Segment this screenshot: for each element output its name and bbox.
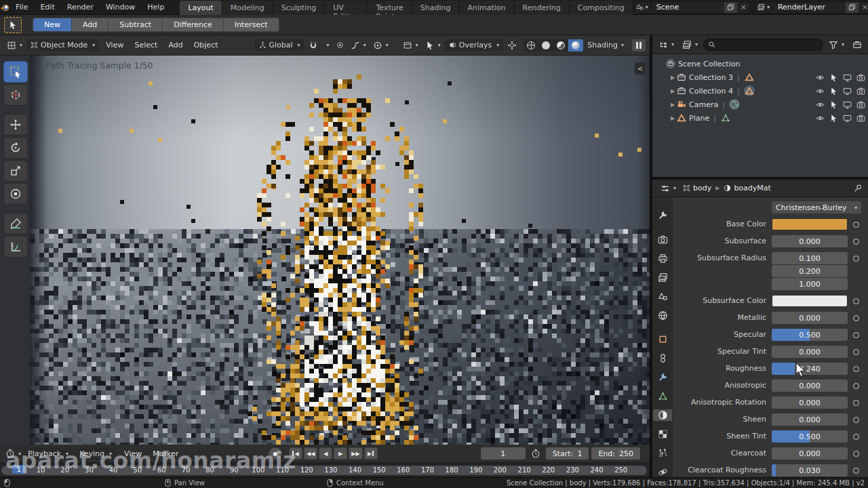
select-box-tool[interactable] — [3, 61, 28, 83]
roughness-slider[interactable]: 0.240 — [772, 363, 848, 375]
workspace-tab-compositing[interactable]: Compositing — [570, 1, 633, 15]
sidebar-toggle-button[interactable]: < — [635, 62, 646, 75]
outliner-row-collection-4[interactable]: ▶ Collection 4 | — [652, 84, 868, 98]
timeline-editor-type-button[interactable]: ▾ — [3, 447, 24, 460]
frame-start-field[interactable]: Start:1 — [546, 447, 589, 460]
viewport-render[interactable] — [30, 56, 650, 445]
view-layer-icon[interactable]: ▾ — [755, 3, 772, 11]
pointer-toggle-icon[interactable] — [829, 87, 838, 96]
timeline-menu-playback[interactable]: Playback▾ — [24, 447, 73, 460]
clearcoat-slider[interactable]: 0.000 — [772, 447, 848, 460]
animate-property-button[interactable] — [850, 235, 861, 247]
shading-solid-button[interactable] — [538, 39, 553, 52]
viewport-menu-view[interactable]: View — [100, 39, 129, 52]
eye-toggle-icon[interactable] — [816, 87, 825, 96]
expand-arrow-icon[interactable]: ▶ — [669, 75, 677, 81]
properties-tab-physics[interactable] — [653, 466, 672, 478]
play-button[interactable]: ▶ — [334, 447, 347, 460]
pointer-toggle-icon[interactable] — [829, 73, 838, 82]
pointer-toggle-icon[interactable] — [829, 100, 838, 109]
transform-tool[interactable] — [3, 183, 28, 205]
workspace-tab-uv-editing[interactable]: UV Editing — [325, 1, 368, 15]
subsurface-method-dropdown[interactable]: Christensen-Burley▾ — [772, 201, 861, 214]
timeline-menu-keying[interactable]: Keying▾ — [75, 447, 116, 460]
skip-first-button[interactable]: ◀ — [289, 447, 302, 460]
workspace-tab-sculpting[interactable]: Sculpting — [273, 1, 325, 15]
camera-toggle-icon[interactable] — [856, 73, 865, 82]
outliner-display-mode-button[interactable]: ▾ — [679, 39, 701, 51]
overlays-dropdown[interactable]: Overlays▾ — [445, 39, 504, 51]
snap-dropdown[interactable]: ▾ — [322, 41, 332, 49]
key-next-button[interactable]: ▶▶ — [349, 447, 362, 460]
record-button[interactable]: ● — [269, 447, 282, 460]
camera-toggle-icon[interactable] — [856, 114, 865, 123]
monitor-toggle-icon[interactable] — [843, 73, 852, 82]
properties-editor-type-button[interactable]: ▾ — [658, 182, 679, 195]
sheen-tint-slider[interactable]: 0.500 — [772, 430, 848, 443]
skip-last-button[interactable]: ▶ — [364, 447, 378, 460]
properties-tab-render[interactable] — [653, 234, 672, 245]
menu-edit[interactable]: Edit — [34, 1, 60, 14]
timeline-menu-view[interactable]: View — [119, 447, 147, 460]
timeline-ruler[interactable]: 1 10203040506070809010011012013014015016… — [0, 462, 650, 477]
frame-end-field[interactable]: End:250 — [591, 447, 640, 460]
sheen-slider[interactable]: 0.000 — [772, 413, 848, 426]
properties-tab-constraint[interactable] — [653, 352, 672, 364]
properties-tab-scene[interactable] — [653, 291, 672, 302]
breadcrumb-object[interactable]: body — [683, 184, 711, 192]
outliner-editor-type-button[interactable]: ▾ — [656, 39, 677, 51]
preview-range-toggle[interactable] — [528, 447, 543, 460]
workspace-tab-shading[interactable]: Shading — [412, 1, 460, 15]
proportional-editing-toggle[interactable] — [334, 40, 347, 50]
annotate-tool[interactable] — [3, 213, 28, 235]
properties-tab-world[interactable] — [653, 310, 672, 321]
pivot-point-dropdown[interactable]: ▾ — [370, 39, 391, 52]
properties-tab-particles[interactable] — [653, 447, 672, 459]
key-prev-button[interactable]: ◀◀ — [304, 447, 317, 460]
animate-property-button[interactable] — [850, 447, 861, 460]
current-frame-marker[interactable]: 1 — [12, 465, 26, 474]
menu-file[interactable]: File — [9, 1, 34, 14]
animate-property-button[interactable] — [850, 380, 861, 392]
shading-material-button[interactable] — [553, 39, 568, 52]
animate-property-button[interactable] — [850, 295, 861, 307]
animate-property-button[interactable] — [850, 413, 861, 426]
workspace-tab-layout[interactable]: Layout — [180, 1, 222, 15]
proportional-falloff-dropdown[interactable]: ▾ — [348, 39, 369, 52]
expand-arrow-icon[interactable]: ▶ — [669, 88, 677, 94]
animate-property-button[interactable] — [850, 363, 861, 375]
shading-rendered-button[interactable] — [568, 39, 583, 52]
object-visibility-dropdown[interactable]: ▾ — [400, 39, 421, 52]
rotate-tool[interactable] — [3, 137, 28, 159]
specular-slider[interactable]: 0.500 — [772, 329, 848, 341]
subsurface-radius-field-1[interactable]: 0.200 — [772, 265, 848, 277]
move-tool[interactable] — [3, 114, 28, 136]
current-frame-field[interactable]: 1 — [481, 447, 526, 460]
snap-toggle[interactable] — [306, 39, 321, 52]
outliner-row-scene-collection[interactable]: Scene Collection — [652, 57, 868, 70]
measure-tool[interactable] — [3, 236, 28, 258]
eye-toggle-icon[interactable] — [816, 73, 825, 82]
remove-layer-button[interactable]: × — [859, 3, 868, 12]
outliner-new-collection-button[interactable] — [850, 39, 865, 51]
subsurface-slider[interactable]: 0.000 — [772, 235, 848, 247]
mode-dropdown[interactable]: Object Mode▾ — [26, 39, 99, 51]
expand-arrow-icon[interactable]: ▶ — [669, 115, 677, 121]
scale-tool[interactable] — [3, 160, 28, 182]
outliner-row-collection-3[interactable]: ▶ Collection 3 | — [652, 70, 868, 84]
subtract-button[interactable]: Subtract — [108, 18, 162, 32]
workspace-tab-texture-paint[interactable]: Texture Paint — [368, 1, 412, 15]
menu-render[interactable]: Render — [61, 1, 100, 14]
pause-render-button[interactable] — [632, 39, 646, 52]
anisotropic-rotation-slider[interactable]: 0.000 — [772, 396, 848, 409]
scene-icon[interactable]: ▾ — [634, 3, 651, 11]
camera-toggle-icon[interactable] — [856, 100, 865, 109]
menu-help[interactable]: Help — [141, 1, 170, 14]
viewport-menu-object[interactable]: Object — [189, 39, 224, 52]
play-rev-button[interactable]: ◀ — [319, 447, 332, 460]
breadcrumb-material[interactable]: boadyMat — [724, 184, 771, 192]
monitor-toggle-icon[interactable] — [843, 100, 852, 109]
properties-tab-data[interactable] — [653, 390, 672, 402]
timeline-menu-marker[interactable]: Marker — [147, 447, 184, 460]
properties-tab-output[interactable] — [653, 253, 672, 264]
